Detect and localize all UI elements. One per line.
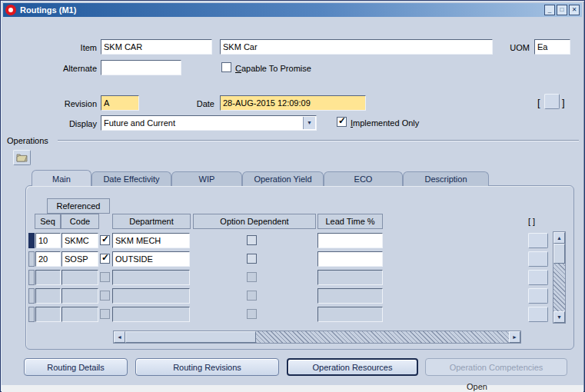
- flexfield-close-bracket: ]: [562, 97, 565, 108]
- operations-section-label: Operations: [7, 136, 61, 145]
- background-window-strip: [2, 385, 583, 392]
- department-cell[interactable]: OUTSIDE: [112, 251, 190, 267]
- scroll-left-icon[interactable]: ◄: [114, 331, 125, 343]
- minimize-button[interactable]: _: [544, 5, 555, 15]
- option-dependent-checkbox[interactable]: [247, 309, 257, 319]
- seq-cell[interactable]: [35, 270, 61, 285]
- code-cell[interactable]: SKMC: [61, 233, 98, 248]
- code-column-header: Code: [61, 214, 99, 229]
- seq-cell[interactable]: [35, 288, 61, 304]
- chevron-down-icon[interactable]: ▼: [303, 117, 315, 129]
- flexfield-open-bracket: [: [537, 97, 540, 108]
- check-mark: ✓: [338, 115, 346, 126]
- scroll-down-icon[interactable]: ▼: [553, 311, 565, 323]
- department-cell[interactable]: [112, 270, 190, 285]
- row-flexfield-box[interactable]: [528, 270, 548, 285]
- seq-cell[interactable]: [35, 307, 61, 322]
- window-title: Routings (M1): [20, 5, 543, 15]
- date-field[interactable]: 28-AUG-2015 12:09:09: [220, 95, 366, 111]
- code-cell[interactable]: [61, 307, 98, 322]
- referenced-column-header: Referenced: [47, 198, 110, 214]
- item-field[interactable]: SKM CAR: [101, 39, 212, 55]
- row-flexfield-box[interactable]: [528, 233, 548, 248]
- option-dependent-checkbox[interactable]: [247, 291, 257, 301]
- revision-label: Revision: [30, 99, 97, 108]
- lead-time-cell[interactable]: [317, 307, 383, 322]
- operation-competencies-button: Operation Competencies: [425, 358, 567, 376]
- referenced-checkbox[interactable]: [100, 272, 110, 282]
- row-flexfield-box[interactable]: [528, 251, 548, 267]
- open-folder-icon: [16, 153, 28, 162]
- referenced-checkbox[interactable]: ✓: [100, 254, 110, 264]
- lead-time-cell[interactable]: [317, 270, 383, 285]
- capable-to-promise-label: Capable To Promise: [235, 64, 351, 73]
- lead-time-cell[interactable]: [317, 288, 383, 304]
- referenced-checkbox[interactable]: [100, 309, 110, 319]
- item-label: Item: [45, 43, 97, 52]
- horizontal-scrollbar[interactable]: ◄ ►: [113, 331, 521, 344]
- option-dependent-checkbox[interactable]: [247, 272, 257, 282]
- lead-time-cell[interactable]: [317, 233, 383, 248]
- tab-operation-yield[interactable]: Operation Yield: [242, 171, 324, 186]
- capable-to-promise-checkbox[interactable]: [221, 62, 231, 72]
- uom-field[interactable]: Ea: [534, 39, 570, 55]
- background-open-text: Open: [467, 382, 487, 391]
- seq-cell[interactable]: 20: [35, 251, 61, 267]
- row-flexfield-box[interactable]: [528, 307, 548, 322]
- record-indicator[interactable]: [28, 251, 35, 267]
- tab-wip[interactable]: WIP: [171, 171, 242, 186]
- vertical-scrollbar[interactable]: ▲ ▼: [553, 231, 566, 324]
- display-combo-value: Future and Current: [104, 118, 175, 128]
- horizontal-scroll-thumb[interactable]: [125, 331, 256, 343]
- vertical-scroll-thumb[interactable]: [553, 244, 565, 264]
- row-flexfield-column-header: [ ]: [528, 217, 551, 226]
- header-flexfield-box[interactable]: [544, 94, 560, 109]
- routing-revisions-button[interactable]: Routing Revisions: [135, 358, 279, 376]
- option-dependent-checkbox[interactable]: [247, 254, 257, 264]
- title-bar[interactable]: Routings (M1) _ □ ✕: [3, 3, 582, 17]
- referenced-checkbox[interactable]: ✓: [100, 235, 110, 245]
- scroll-right-icon[interactable]: ►: [509, 331, 520, 343]
- routing-details-button[interactable]: Routing Details: [24, 358, 128, 376]
- department-cell[interactable]: [112, 307, 190, 322]
- date-label: Date: [178, 99, 214, 108]
- code-cell[interactable]: [61, 288, 98, 304]
- alternate-field[interactable]: [101, 60, 181, 75]
- screen: Routings (M1) _ □ ✕ Item SKM CAR SKM Car…: [0, 0, 585, 392]
- check-mark: ✓: [101, 234, 109, 244]
- operation-resources-button[interactable]: Operation Resources: [287, 358, 418, 376]
- tab-eco[interactable]: ECO: [324, 171, 403, 186]
- lead-time-cell[interactable]: [317, 251, 383, 267]
- department-cell[interactable]: [112, 288, 190, 304]
- tab-main[interactable]: Main: [32, 170, 91, 186]
- seq-cell[interactable]: 10: [35, 233, 61, 248]
- code-cell[interactable]: SOSP: [61, 251, 98, 267]
- row-flexfield-box[interactable]: [528, 288, 548, 304]
- department-cell[interactable]: SKM MECH: [112, 233, 190, 248]
- revision-field[interactable]: A: [101, 95, 139, 111]
- record-indicator[interactable]: [28, 307, 35, 322]
- section-divider: [58, 140, 579, 141]
- record-indicator[interactable]: [28, 270, 35, 285]
- display-combo[interactable]: Future and Current ▼: [101, 115, 317, 131]
- code-cell[interactable]: [61, 270, 98, 285]
- maximize-button[interactable]: □: [557, 5, 567, 15]
- option-dependent-checkbox[interactable]: [247, 235, 257, 245]
- department-column-header: Department: [112, 214, 191, 229]
- item-description-field[interactable]: SKM Car: [220, 39, 493, 55]
- record-indicator[interactable]: [28, 288, 35, 304]
- alternate-label: Alternate: [30, 64, 97, 73]
- implemented-only-checkbox[interactable]: ✓: [337, 117, 347, 127]
- operations-folder-button[interactable]: [13, 150, 31, 165]
- check-mark: ✓: [101, 252, 109, 263]
- tab-date-effectivity[interactable]: Date Effectivity: [91, 171, 171, 186]
- tab-description[interactable]: Description: [403, 171, 489, 186]
- routings-window: Routings (M1) _ □ ✕ Item SKM CAR SKM Car…: [0, 0, 585, 392]
- uom-label: UOM: [497, 43, 530, 52]
- oracle-logo-icon: [5, 5, 16, 15]
- referenced-checkbox[interactable]: [100, 291, 110, 301]
- scroll-up-icon[interactable]: ▲: [553, 232, 565, 244]
- close-button[interactable]: ✕: [569, 5, 580, 15]
- record-indicator[interactable]: [28, 233, 35, 248]
- option-dependent-column-header: Option Dependent: [193, 214, 316, 229]
